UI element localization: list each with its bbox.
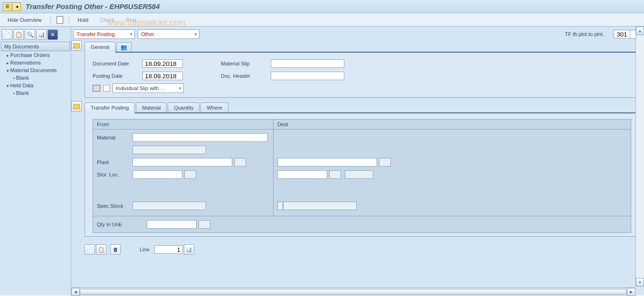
qty-row: Qty in UnE bbox=[93, 216, 631, 232]
detail-tabstrip: Transfer Posting Material Quantity Where bbox=[85, 102, 639, 113]
toolbar: Hide Overview Hold Check Post bbox=[0, 13, 644, 27]
dest-specstock-input bbox=[283, 202, 357, 210]
footer-buttons: 📄 📋 🗑 bbox=[85, 244, 121, 255]
sidebar-btn-1[interactable]: 📄 bbox=[2, 29, 12, 40]
sidebar-close-button[interactable]: ✕ bbox=[47, 29, 58, 40]
line-goto-button[interactable]: 📊 bbox=[184, 244, 194, 255]
scroll-thumb[interactable] bbox=[80, 289, 627, 295]
footer-btn-1[interactable]: 📄 bbox=[85, 244, 95, 255]
spec-stock-label: Spec.Stock bbox=[97, 203, 133, 209]
material-label: Material bbox=[97, 135, 133, 140]
from-column: Material Plant Stor bbox=[93, 130, 274, 216]
general-panel: Document Date Material Slip Posting Date… bbox=[85, 53, 639, 98]
tab-material[interactable]: Material bbox=[136, 102, 167, 112]
movement-type-input[interactable] bbox=[614, 30, 630, 38]
title-bar: ☰ ◂ Transfer Posting Other - EHP6USER584 bbox=[0, 0, 644, 13]
dest-specstock-ind bbox=[277, 202, 283, 210]
plant-label: Plant bbox=[97, 159, 133, 165]
footer-btn-2[interactable]: 📋 bbox=[96, 244, 106, 255]
vertical-scrollbar[interactable]: ▲ ▼ bbox=[635, 27, 644, 287]
scroll-up-button[interactable]: ▲ bbox=[636, 27, 644, 35]
content-area: Transfer Posting Other TF tfr.plnt.to pl… bbox=[71, 27, 644, 295]
sidebar-item-held-data[interactable]: Held Data bbox=[0, 82, 71, 89]
line-label: Line bbox=[140, 247, 150, 252]
action-row: Transfer Posting Other TF tfr.plnt.to pl… bbox=[73, 29, 639, 39]
posting-date-label: Posting Date bbox=[93, 73, 142, 79]
doc-header-input[interactable] bbox=[271, 72, 344, 80]
dest-storloc-input[interactable] bbox=[277, 170, 327, 179]
sidebar-item-reservations[interactable]: Reservations bbox=[0, 59, 71, 66]
qty-label: Qty in UnE bbox=[97, 222, 133, 227]
stor-loc-label: Stor. Loc. bbox=[97, 172, 133, 177]
posting-date-input[interactable] bbox=[142, 72, 183, 80]
document-date-input[interactable] bbox=[142, 59, 183, 68]
collapse-header-button[interactable] bbox=[71, 40, 82, 51]
hide-overview-button[interactable]: Hide Overview bbox=[5, 16, 45, 24]
back-icon[interactable]: ◂ bbox=[12, 2, 21, 11]
sidebar-btn-3[interactable]: 🔍 bbox=[25, 29, 35, 40]
header-tabstrip: General 👥 bbox=[85, 42, 639, 53]
window-title: Transfer Posting Other - EHP6USER584 bbox=[26, 2, 160, 10]
toolbar-separator bbox=[50, 16, 51, 24]
dest-column bbox=[274, 130, 454, 216]
tab-vendor-icon[interactable]: 👥 bbox=[116, 42, 132, 52]
hold-button[interactable]: Hold bbox=[75, 16, 92, 24]
tab-general[interactable]: General bbox=[85, 42, 115, 53]
slip-dropdown[interactable]: Individual Slip with … bbox=[113, 83, 184, 93]
tab-transfer-posting[interactable]: Transfer Posting bbox=[85, 102, 135, 113]
sidebar-item-material-documents[interactable]: Material Documents bbox=[0, 66, 71, 74]
from-specstock-input bbox=[133, 202, 206, 210]
print-checkbox[interactable] bbox=[103, 85, 110, 92]
qty-input[interactable] bbox=[147, 220, 197, 229]
qty-unit bbox=[199, 220, 210, 229]
transfer-grid: From Dest Material Plan bbox=[93, 119, 631, 233]
document-icon[interactable] bbox=[57, 16, 63, 24]
movement-type-label: TF tfr.plnt.to plnt. bbox=[565, 31, 614, 37]
doc-header-label: Doc. Header bbox=[221, 73, 271, 79]
tree-header[interactable]: My Documents bbox=[1, 42, 70, 51]
document-date-label: Document Date bbox=[93, 61, 142, 66]
title-icon-group: ☰ ◂ bbox=[3, 2, 21, 11]
dest-plant-input[interactable] bbox=[277, 158, 377, 166]
toolbar-separator bbox=[69, 16, 69, 24]
material-slip-input[interactable] bbox=[271, 59, 344, 68]
print-icon[interactable] bbox=[93, 85, 100, 92]
check-button[interactable]: Check bbox=[97, 16, 117, 24]
from-storloc-input[interactable] bbox=[133, 170, 182, 179]
line-input[interactable] bbox=[154, 245, 183, 254]
sidebar-toolbar: 📄 📋 🔍 📊 ✕ bbox=[0, 28, 71, 41]
footer-btn-delete[interactable]: 🗑 bbox=[110, 244, 121, 255]
sidebar-btn-4[interactable]: 📊 bbox=[36, 29, 47, 40]
from-header: From bbox=[93, 120, 274, 129]
tab-where[interactable]: Where bbox=[200, 102, 228, 112]
collapse-detail-button[interactable] bbox=[71, 101, 82, 111]
from-material-desc bbox=[133, 146, 206, 154]
dest-storloc-extra bbox=[345, 170, 373, 179]
horizontal-scrollbar[interactable]: ◀ ▶ bbox=[71, 287, 635, 296]
dest-storloc-code bbox=[329, 170, 341, 179]
post-button[interactable]: Post bbox=[123, 16, 139, 24]
transfer-panel: From Dest Material Plan bbox=[85, 113, 639, 237]
sidebar-btn-2[interactable]: 📋 bbox=[13, 29, 24, 40]
scroll-track[interactable] bbox=[80, 288, 627, 296]
action-dropdown[interactable]: Transfer Posting bbox=[73, 29, 135, 39]
sidebar-item-blank-2[interactable]: Blank bbox=[0, 89, 71, 97]
scroll-right-button[interactable]: ▶ bbox=[627, 288, 635, 296]
scroll-down-button[interactable]: ▼ bbox=[636, 278, 644, 287]
sidebar: 📄 📋 🔍 📊 ✕ My Documents Purchase Orders R… bbox=[0, 27, 71, 295]
from-storloc-code bbox=[184, 170, 196, 179]
from-plant-input[interactable] bbox=[133, 158, 232, 166]
menu-icon[interactable]: ☰ bbox=[3, 2, 11, 11]
from-plant-code bbox=[234, 158, 246, 166]
tab-quantity[interactable]: Quantity bbox=[168, 102, 199, 112]
material-slip-label: Material Slip bbox=[221, 61, 271, 66]
dest-header: Dest bbox=[274, 120, 292, 129]
sidebar-item-blank-1[interactable]: Blank bbox=[0, 74, 71, 82]
scroll-left-button[interactable]: ◀ bbox=[71, 288, 80, 296]
main-container: 📄 📋 🔍 📊 ✕ My Documents Purchase Orders R… bbox=[0, 27, 644, 295]
reference-dropdown[interactable]: Other bbox=[138, 29, 199, 39]
footer-row: 📄 📋 🗑 Line 📊 bbox=[85, 241, 639, 258]
dest-plant-code bbox=[379, 158, 391, 166]
sidebar-item-purchase-orders[interactable]: Purchase Orders bbox=[0, 51, 71, 59]
from-material-input[interactable] bbox=[133, 133, 268, 142]
